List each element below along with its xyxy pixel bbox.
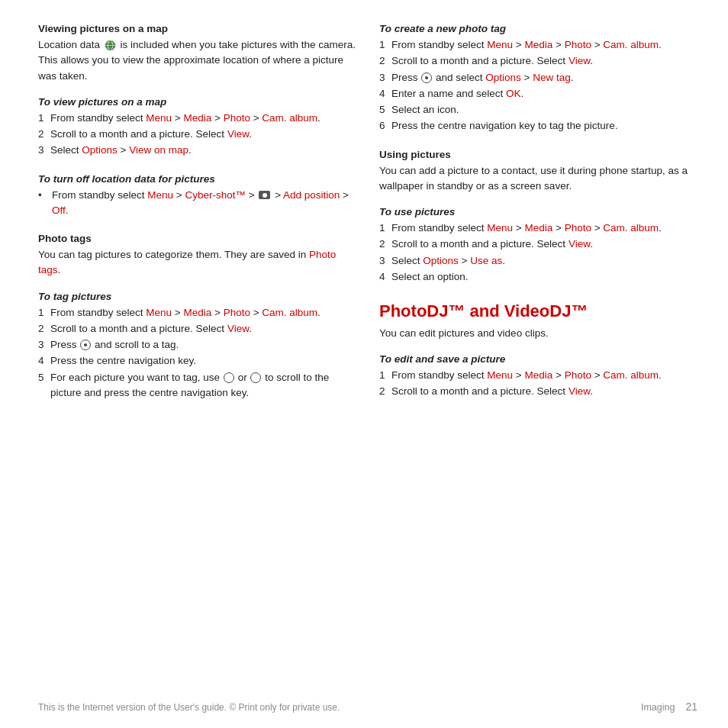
list-item: 2 Scroll to a month and a picture. Selec… (38, 321, 356, 337)
photo-tags-body: You can tag pictures to categorize them.… (38, 247, 356, 279)
footer: This is the Internet version of the User… (38, 696, 697, 713)
list-item: 6 Press the centre navigation key to tag… (379, 118, 697, 134)
content-columns: Viewing pictures on a map Location data … (38, 23, 697, 688)
edit-save-steps: 1 From standby select Menu > Media > Pho… (379, 368, 697, 401)
list-item: 5 For each picture you want to tag, use … (38, 370, 356, 401)
italic-heading-create-tag: To create a new photo tag (379, 23, 697, 34)
turn-off-bullets: • From standby select Menu > Cyber-shot™… (38, 188, 356, 220)
tag-pictures-steps: 1 From standby select Menu > Media > Pho… (38, 305, 356, 402)
list-item: 2 Scroll to a month and a picture. Selec… (379, 53, 697, 69)
section-heading-photo-tags: Photo tags (38, 233, 356, 244)
create-tag-steps: 1 From standby select Menu > Media > Pho… (379, 37, 697, 135)
big-heading-photodj: PhotoDJ™ and VideoDJ™ (379, 301, 697, 323)
italic-heading-edit-save: To edit and save a picture (379, 353, 697, 365)
section-heading-using-pictures: Using pictures (379, 149, 697, 160)
nav-icon (80, 340, 91, 350)
right-column: To create a new photo tag 1 From standby… (379, 23, 697, 688)
viewing-body: Location data is included when you take … (38, 37, 356, 84)
scroll-left-icon (224, 372, 234, 383)
globe-icon (105, 40, 116, 51)
footer-disclaimer: This is the Internet version of the User… (38, 702, 340, 713)
list-item: 1 From standby select Menu > Media > Pho… (379, 221, 697, 236)
list-item: 1 From standby select Menu > Media > Pho… (379, 368, 697, 383)
list-item: 3 Press and select Options > New tag. (379, 70, 697, 85)
page: Viewing pictures on a map Location data … (0, 0, 728, 728)
list-item: 4 Enter a name and select OK. (379, 86, 697, 101)
list-item: 3 Select Options > Use as. (379, 253, 697, 269)
scroll-right-icon (250, 372, 261, 383)
cam-icon (259, 191, 270, 199)
list-item: 2 Scroll to a month and a picture. Selec… (379, 237, 697, 252)
use-pictures-steps: 1 From standby select Menu > Media > Pho… (379, 221, 697, 285)
list-item: 3 Press and scroll to a tag. (38, 337, 356, 353)
list-item: 5 Select an icon. (379, 102, 697, 118)
italic-heading-turn-off: To turn off location data for pictures (38, 173, 356, 185)
list-item: • From standby select Menu > Cyber-shot™… (38, 188, 356, 219)
section-heading-viewing: Viewing pictures on a map (38, 23, 356, 34)
list-item: 2 Scroll to a month and a picture. Selec… (38, 127, 356, 142)
list-item: 2 Scroll to a month and a picture. Selec… (379, 384, 697, 399)
nav-icon-2 (421, 72, 432, 83)
using-pictures-body: You can add a picture to a contact, use … (379, 163, 697, 195)
italic-heading-tag-pictures: To tag pictures (38, 291, 356, 302)
list-item: 1 From standby select Menu > Media > Pho… (38, 305, 356, 321)
section-label: Imaging (641, 702, 675, 713)
view-map-steps: 1 From standby select Menu > Media > Pho… (38, 111, 356, 159)
list-item: 4 Select an option. (379, 269, 697, 285)
italic-heading-use-pictures: To use pictures (379, 206, 697, 217)
page-number: 21 (685, 701, 697, 713)
list-item: 3 Select Options > View on map. (38, 143, 356, 158)
photodj-body: You can edit pictures and video clips. (379, 326, 697, 341)
footer-pagination: Imaging 21 (641, 701, 697, 713)
italic-heading-view-map: To view pictures on a map (38, 96, 356, 108)
list-item: 4 Press the centre navigation key. (38, 353, 356, 369)
list-item: 1 From standby select Menu > Media > Pho… (379, 37, 697, 53)
list-item: 1 From standby select Menu > Media > Pho… (38, 111, 356, 126)
left-column: Viewing pictures on a map Location data … (38, 23, 356, 688)
